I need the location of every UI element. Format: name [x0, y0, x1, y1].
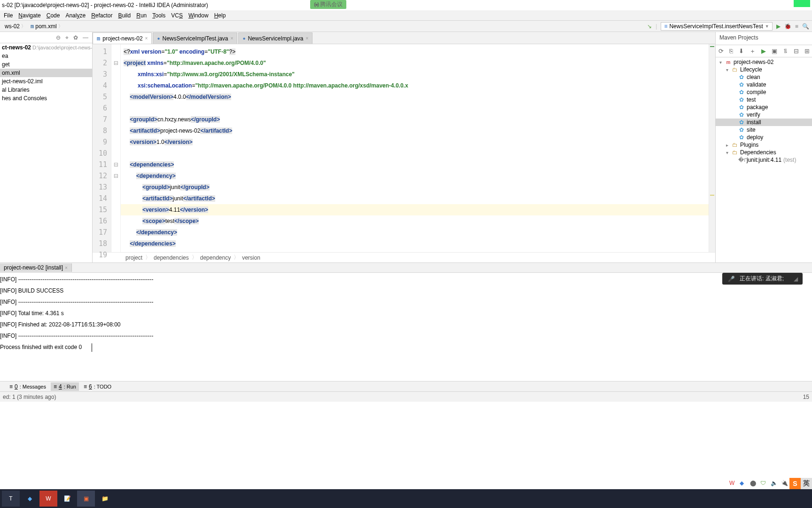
close-icon[interactable]: × [65, 265, 68, 270]
breadcrumb-item[interactable]: ws-02〉 [3, 23, 28, 30]
menu-refactor[interactable]: Refactor [88, 11, 115, 20]
titlebar: s-02 [D:\javacode\project-news-02] - pro… [0, 0, 812, 10]
breadcrumb-node[interactable]: dependencies [154, 254, 189, 261]
maven-tool-window: Maven Projects ⟳ ⎘ ⬇ ＋ ▶ ▣ ⥮ ⊟ ⊞ ▾mproje… [715, 32, 812, 262]
maven-node[interactable]: ✿package [716, 103, 812, 111]
maven-node[interactable]: ✿test [716, 96, 812, 103]
editor-tab[interactable]: mproject-news-02× [93, 32, 152, 44]
maven-node[interactable]: ✿deploy [716, 134, 812, 141]
menu-vcs[interactable]: VCS [168, 11, 186, 20]
menu-help[interactable]: Help [211, 11, 229, 20]
toolbar: ws-02〉 mpom.xml〉 ↘ | ≡ NewsServiceImplTe… [0, 21, 812, 32]
maven-node[interactable]: ▸🗀Plugins [716, 141, 812, 149]
editor-breadcrumb[interactable]: project〉dependencies〉dependency〉version [93, 252, 715, 262]
menu-tools[interactable]: Tools [149, 11, 168, 20]
debug-icon[interactable]: 🐞 [784, 23, 791, 30]
window-control-placeholder [794, 0, 810, 7]
close-icon[interactable]: × [231, 36, 234, 41]
taskbar: T ◆ W 📝 ▣ 📁 [0, 489, 812, 508]
line-gutter: 12345678910111213141516171819 [93, 44, 111, 252]
maven-node[interactable]: ▾mproject-news-02 [716, 58, 812, 66]
maven-node[interactable]: ✿compile [716, 88, 812, 96]
task-app[interactable]: ◆ [21, 491, 39, 507]
task-app[interactable]: 📁 [96, 491, 114, 507]
build-icon[interactable]: ↘ [647, 23, 652, 30]
run-maven-icon[interactable]: ▶ [761, 48, 766, 55]
maven-node[interactable]: ▾🗀Lifecycle [716, 66, 812, 73]
maven-node[interactable]: ✿site [716, 126, 812, 134]
tool-tab-todo[interactable]: ≡6: TODO [81, 382, 114, 391]
close-icon[interactable]: × [145, 36, 148, 41]
exec-icon[interactable]: ▣ [772, 48, 777, 55]
tool-tab-run[interactable]: ≡4: Run [51, 382, 79, 391]
menu-analyze[interactable]: Analyze [62, 11, 88, 20]
project-item[interactable]: om.xml [0, 69, 92, 77]
editor-tabs: mproject-news-02×NewsServiceImplTest.jav… [93, 32, 715, 44]
window-title: s-02 [D:\javacode\project-news-02] - pro… [2, 2, 208, 8]
console-output[interactable]: [INFO] ---------------------------------… [0, 273, 812, 381]
editor-scrollbar[interactable] [709, 44, 715, 252]
status-right: 15 [803, 394, 809, 400]
maven-node[interactable]: ▾🗀Dependencies [716, 149, 812, 156]
run-config-selector[interactable]: ≡ NewsServiceImplTest.insertNewsTest ▼ [661, 22, 772, 31]
collapse-icon[interactable]: ⊖ [56, 34, 61, 41]
maven-node[interactable]: ✿install [716, 119, 812, 126]
tool-tab-messages[interactable]: ≡0: Messages [7, 382, 49, 391]
stop-icon[interactable]: ■ [795, 23, 798, 30]
maven-node[interactable]: ✿validate [716, 81, 812, 88]
project-item[interactable]: hes and Consoles [0, 94, 92, 103]
download-icon[interactable]: ⬇ [739, 48, 744, 55]
breadcrumb-node[interactable]: version [242, 254, 260, 261]
settings-icon[interactable]: ✿ [73, 34, 78, 41]
maven-node[interactable]: ✿verify [716, 111, 812, 119]
menu-build[interactable]: Build [116, 11, 134, 20]
add-icon[interactable]: ＋ [750, 47, 756, 56]
toggle-icon[interactable]: ⥮ [783, 48, 788, 55]
maven-title: Maven Projects [716, 32, 812, 45]
fold-gutter[interactable]: ⊟⊟⊟ [111, 44, 121, 252]
close-icon[interactable]: × [305, 36, 308, 41]
task-app[interactable]: 📝 [58, 491, 76, 507]
project-tool-window: ⊖ ⌖ ✿ — ct-news-02 D:\javacode\project-n… [0, 32, 93, 262]
status-bar: ed: 1 (3 minutes ago) 15 [0, 391, 812, 402]
generate-icon[interactable]: ⎘ [729, 48, 733, 55]
menu-file[interactable]: File [1, 11, 16, 20]
project-root[interactable]: ct-news-02 D:\javacode\project-news-02 [0, 43, 92, 52]
maven-node[interactable]: �⊓junit:junit:4.11 (test) [716, 156, 812, 164]
editor-tab[interactable]: NewsServiceImplTest.java× [153, 32, 237, 44]
speaking-overlay: 🎤 正在讲话: 孟淑君; ◢ [722, 273, 803, 285]
hide-icon[interactable]: — [83, 34, 88, 41]
run-tab[interactable]: project-news-02 [install]× [0, 263, 72, 272]
editor-tab[interactable]: NewsServiceImpl.java× [238, 32, 312, 44]
breadcrumb-item[interactable]: mpom.xml〉 [29, 23, 65, 30]
run-icon[interactable]: ▶ [776, 23, 781, 30]
project-item[interactable]: get [0, 60, 92, 69]
reimport-icon[interactable]: ⟳ [718, 48, 724, 55]
menu-code[interactable]: Code [44, 11, 63, 20]
maven-toolbar: ⟳ ⎘ ⬇ ＋ ▶ ▣ ⥮ ⊟ ⊞ [716, 45, 812, 57]
maven-node[interactable]: ✿clean [716, 73, 812, 81]
scroll-from-source-icon[interactable]: ⌖ [65, 34, 69, 41]
breadcrumb-node[interactable]: project [125, 254, 142, 261]
ime-indicator[interactable]: S 英 [789, 478, 812, 489]
collapse-all-icon[interactable]: ⊟ [794, 48, 799, 55]
menu-window[interactable]: Window [186, 11, 211, 20]
mic-icon: 🎤 [728, 276, 735, 282]
menu-navigate[interactable]: Navigate [16, 11, 43, 20]
status-left: ed: 1 (3 minutes ago) [3, 394, 56, 400]
meeting-badge: 腾讯会议 [310, 0, 346, 9]
bottom-tool-tabs: ≡0: Messages≡4: Run≡6: TODO [0, 381, 812, 391]
task-app[interactable]: T [2, 491, 20, 507]
signal-icon: ◢ [794, 276, 798, 282]
menu-run[interactable]: Run [133, 11, 149, 20]
task-app-intellij[interactable]: ▣ [77, 491, 95, 507]
project-item[interactable]: ea [0, 52, 92, 60]
task-app[interactable]: W [39, 491, 57, 507]
code-area[interactable]: <?xml version="1.0" encoding="UTF-8"?><p… [121, 44, 709, 252]
project-item[interactable]: ject-news-02.iml [0, 77, 92, 86]
editor: mproject-news-02×NewsServiceImplTest.jav… [93, 32, 715, 262]
settings-icon[interactable]: ⊞ [804, 48, 810, 55]
breadcrumb-node[interactable]: dependency [200, 254, 231, 261]
search-icon[interactable]: 🔍 [802, 23, 809, 30]
project-item[interactable]: al Libraries [0, 86, 92, 94]
